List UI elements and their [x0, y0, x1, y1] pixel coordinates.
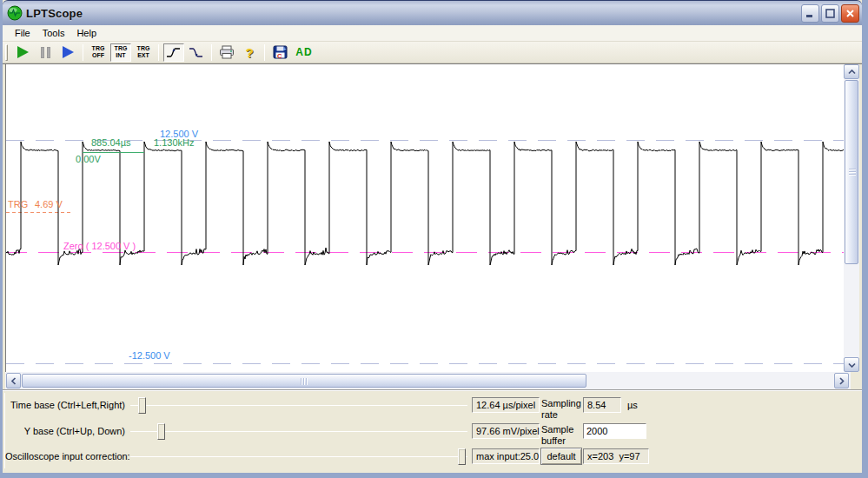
scroll-down-button[interactable]	[844, 357, 859, 372]
maximize-button[interactable]	[821, 4, 839, 23]
slider-track[interactable]	[130, 456, 467, 457]
falling-edge-icon	[189, 46, 204, 59]
arrow-left-icon	[11, 377, 17, 385]
vertical-scrollbar[interactable]	[844, 64, 859, 372]
input-correction-label: Oscilloscope input correction:	[5, 451, 128, 461]
time-base-label: Time base (Ctrl+Left,Right)	[3, 400, 125, 410]
arrow-up-icon	[848, 70, 856, 75]
arrow-right-icon	[839, 377, 845, 385]
toolbar-separator	[83, 44, 83, 61]
floppy-disk-icon: C +	[273, 45, 288, 59]
title-bar[interactable]: LPTScope	[3, 0, 862, 25]
sampling-rate-value: 8.54	[583, 397, 621, 413]
frequency-measurement-label: 1.130kHz	[154, 137, 194, 148]
printer-icon	[219, 45, 235, 59]
trigger-internal-button[interactable]: TRGINT	[110, 43, 131, 62]
period-measurement-label: 885.04µs	[91, 137, 130, 148]
lptscope-window: LPTScope File Tools Help TRGOFF TRGIN	[0, 0, 868, 478]
rising-edge-trigger-button[interactable]	[163, 43, 184, 62]
svg-text:C: C	[277, 52, 282, 60]
horizontal-scroll-thumb[interactable]	[22, 374, 586, 388]
close-button[interactable]	[841, 4, 859, 23]
toolbar-separator	[158, 44, 159, 61]
menu-tools[interactable]: Tools	[36, 26, 71, 40]
control-panel: Time base (Ctrl+Left,Right) 12.64 µs/pix…	[3, 389, 862, 473]
save-button[interactable]: C +	[269, 43, 290, 62]
run-button[interactable]	[12, 43, 33, 62]
scroll-right-button[interactable]	[834, 373, 849, 388]
trigger-off-button[interactable]: TRGOFF	[88, 43, 109, 62]
help-icon: ?	[245, 45, 253, 60]
single-play-icon	[63, 46, 74, 58]
print-button[interactable]	[216, 43, 237, 62]
horizontal-scrollbar[interactable]	[5, 372, 851, 389]
time-base-slider[interactable]	[129, 397, 469, 415]
single-run-button[interactable]	[57, 43, 78, 62]
play-icon	[17, 46, 29, 58]
minimize-button[interactable]	[801, 4, 819, 23]
arrow-down-icon	[848, 362, 856, 368]
max-input-value: max input:25.0	[472, 448, 540, 464]
ad-icon: AD	[295, 46, 312, 58]
toolbar-separator	[211, 44, 212, 61]
svg-text:+: +	[282, 46, 286, 52]
time-base-slider-thumb[interactable]	[138, 397, 146, 414]
scroll-left-button[interactable]	[6, 373, 21, 388]
slider-track[interactable]	[130, 431, 467, 432]
y-base-label: Y base (Ctrl+Up, Down)	[3, 426, 125, 436]
help-button[interactable]: ?	[239, 43, 260, 62]
cursor-coordinates: x=203 y=97	[583, 448, 649, 464]
window-title: LPTScope	[26, 7, 801, 20]
rising-edge-icon	[166, 46, 182, 59]
sample-buffer-label: Sample buffer	[541, 424, 573, 447]
input-correction-slider[interactable]	[129, 448, 469, 466]
ad-converter-button[interactable]: AD	[292, 43, 316, 62]
oscilloscope-display[interactable]: 12.500 V 885.04µs 1.130kHz 0.00V TRG 4.6…	[5, 64, 844, 372]
y-base-slider-thumb[interactable]	[157, 423, 165, 440]
pause-icon	[41, 47, 50, 58]
toolbar: TRGOFF TRGINT TRGEXT	[3, 42, 862, 63]
sampling-rate-label: Sampling rate	[541, 398, 581, 421]
input-correction-slider-thumb[interactable]	[458, 448, 466, 465]
time-base-value: 12.64 µs/pixel	[472, 397, 540, 413]
thumb-grip	[301, 378, 308, 385]
scroll-up-button[interactable]	[844, 64, 859, 79]
menu-file[interactable]: File	[9, 26, 36, 40]
trigger-external-button[interactable]: TRGEXT	[133, 43, 154, 62]
toolbar-grip[interactable]	[5, 44, 8, 61]
vertical-scroll-thumb[interactable]	[845, 80, 858, 264]
app-icon	[7, 5, 23, 21]
waveform-canvas	[6, 64, 844, 372]
level-label: 0.00V	[76, 154, 101, 164]
hscroll-row	[3, 372, 862, 389]
y-base-slider[interactable]	[129, 423, 469, 441]
default-button[interactable]: default	[540, 448, 582, 465]
menu-bar: File Tools Help	[3, 25, 862, 42]
sampling-rate-unit: µs	[627, 400, 638, 410]
scope-row: 12.500 V 885.04µs 1.130kHz 0.00V TRG 4.6…	[3, 63, 862, 372]
toolbar-separator	[264, 44, 265, 61]
zero-offset-label: Zero ( 12.500 V )	[63, 241, 136, 251]
trigger-label: TRG	[8, 199, 28, 209]
pause-button[interactable]	[35, 43, 56, 62]
menu-help[interactable]: Help	[70, 26, 103, 40]
slider-track[interactable]	[130, 405, 467, 406]
y-base-value: 97.66 mV/pixel	[472, 423, 540, 439]
falling-edge-trigger-button[interactable]	[186, 43, 207, 62]
sample-buffer-input[interactable]	[583, 423, 646, 439]
trigger-value-label: 4.69 V	[35, 199, 63, 209]
bottom-voltage-label: -12.500 V	[129, 350, 170, 361]
thumb-grip	[849, 169, 856, 176]
